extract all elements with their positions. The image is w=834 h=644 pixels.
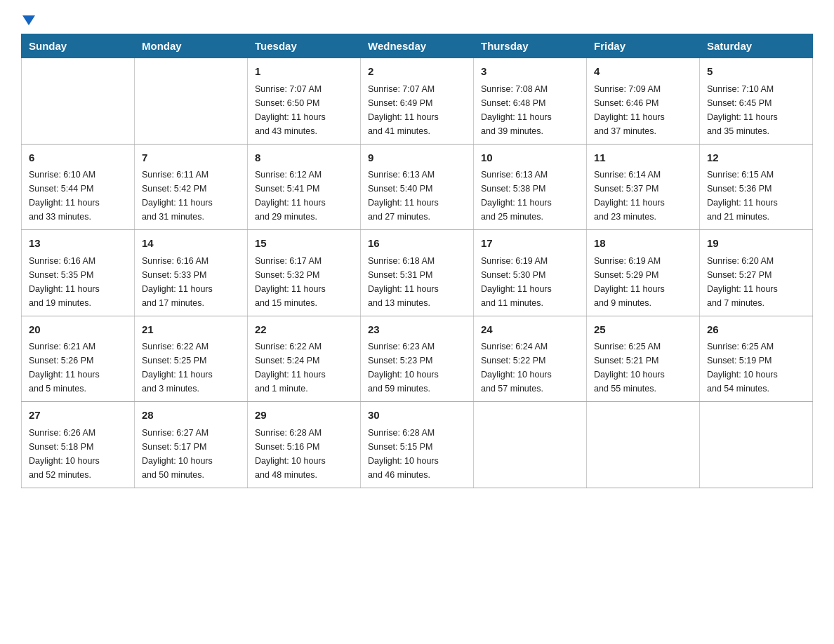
day-number: 3	[481, 64, 579, 80]
day-info: Sunrise: 7:09 AM Sunset: 6:46 PM Dayligh…	[594, 82, 692, 138]
calendar-week-row: 27Sunrise: 6:26 AM Sunset: 5:18 PM Dayli…	[22, 402, 813, 488]
calendar-cell	[587, 402, 700, 488]
logo-triangle-icon	[22, 15, 35, 25]
day-number: 18	[594, 236, 692, 252]
col-header-tuesday: Tuesday	[248, 34, 361, 58]
calendar-cell	[700, 402, 813, 488]
day-number: 6	[29, 150, 127, 166]
day-number: 2	[368, 64, 466, 80]
col-header-friday: Friday	[587, 34, 700, 58]
day-info: Sunrise: 6:23 AM Sunset: 5:23 PM Dayligh…	[368, 340, 466, 396]
day-info: Sunrise: 6:19 AM Sunset: 5:29 PM Dayligh…	[594, 254, 692, 310]
day-info: Sunrise: 6:10 AM Sunset: 5:44 PM Dayligh…	[29, 168, 127, 224]
col-header-saturday: Saturday	[700, 34, 813, 58]
day-info: Sunrise: 6:28 AM Sunset: 5:16 PM Dayligh…	[255, 426, 353, 482]
calendar-cell: 15Sunrise: 6:17 AM Sunset: 5:32 PM Dayli…	[248, 230, 361, 316]
day-info: Sunrise: 6:25 AM Sunset: 5:19 PM Dayligh…	[707, 340, 805, 396]
calendar-cell	[474, 402, 587, 488]
calendar-cell: 26Sunrise: 6:25 AM Sunset: 5:19 PM Dayli…	[700, 316, 813, 402]
day-info: Sunrise: 6:21 AM Sunset: 5:26 PM Dayligh…	[29, 340, 127, 396]
day-number: 10	[481, 150, 579, 166]
day-info: Sunrise: 6:28 AM Sunset: 5:15 PM Dayligh…	[368, 426, 466, 482]
col-header-sunday: Sunday	[22, 34, 135, 58]
calendar-cell: 30Sunrise: 6:28 AM Sunset: 5:15 PM Dayli…	[361, 402, 474, 488]
day-number: 5	[707, 64, 805, 80]
day-number: 4	[594, 64, 692, 80]
day-info: Sunrise: 6:16 AM Sunset: 5:33 PM Dayligh…	[142, 254, 240, 310]
day-number: 9	[368, 150, 466, 166]
calendar-cell: 2Sunrise: 7:07 AM Sunset: 6:49 PM Daylig…	[361, 58, 474, 145]
day-number: 28	[142, 408, 240, 424]
logo	[21, 14, 35, 27]
calendar-cell: 16Sunrise: 6:18 AM Sunset: 5:31 PM Dayli…	[361, 230, 474, 316]
day-number: 17	[481, 236, 579, 252]
svg-marker-0	[22, 15, 35, 25]
calendar-cell	[22, 58, 135, 145]
day-info: Sunrise: 7:07 AM Sunset: 6:49 PM Dayligh…	[368, 82, 466, 138]
day-info: Sunrise: 7:08 AM Sunset: 6:48 PM Dayligh…	[481, 82, 579, 138]
day-info: Sunrise: 6:13 AM Sunset: 5:38 PM Dayligh…	[481, 168, 579, 224]
day-info: Sunrise: 6:14 AM Sunset: 5:37 PM Dayligh…	[594, 168, 692, 224]
calendar-cell: 7Sunrise: 6:11 AM Sunset: 5:42 PM Daylig…	[135, 144, 248, 230]
calendar-cell: 25Sunrise: 6:25 AM Sunset: 5:21 PM Dayli…	[587, 316, 700, 402]
day-info: Sunrise: 6:27 AM Sunset: 5:17 PM Dayligh…	[142, 426, 240, 482]
day-info: Sunrise: 6:19 AM Sunset: 5:30 PM Dayligh…	[481, 254, 579, 310]
calendar-cell: 9Sunrise: 6:13 AM Sunset: 5:40 PM Daylig…	[361, 144, 474, 230]
day-number: 23	[368, 322, 466, 338]
day-info: Sunrise: 6:22 AM Sunset: 5:25 PM Dayligh…	[142, 340, 240, 396]
day-number: 25	[594, 322, 692, 338]
page-header	[21, 14, 813, 27]
day-info: Sunrise: 7:07 AM Sunset: 6:50 PM Dayligh…	[255, 82, 353, 138]
day-number: 22	[255, 322, 353, 338]
calendar-cell: 27Sunrise: 6:26 AM Sunset: 5:18 PM Dayli…	[22, 402, 135, 488]
calendar-cell: 12Sunrise: 6:15 AM Sunset: 5:36 PM Dayli…	[700, 144, 813, 230]
day-info: Sunrise: 6:12 AM Sunset: 5:41 PM Dayligh…	[255, 168, 353, 224]
calendar-cell: 28Sunrise: 6:27 AM Sunset: 5:17 PM Dayli…	[135, 402, 248, 488]
calendar-cell	[135, 58, 248, 145]
calendar-cell: 20Sunrise: 6:21 AM Sunset: 5:26 PM Dayli…	[22, 316, 135, 402]
calendar-cell: 29Sunrise: 6:28 AM Sunset: 5:16 PM Dayli…	[248, 402, 361, 488]
day-number: 7	[142, 150, 240, 166]
day-number: 27	[29, 408, 127, 424]
calendar-cell: 17Sunrise: 6:19 AM Sunset: 5:30 PM Dayli…	[474, 230, 587, 316]
calendar-cell: 1Sunrise: 7:07 AM Sunset: 6:50 PM Daylig…	[248, 58, 361, 145]
calendar-week-row: 13Sunrise: 6:16 AM Sunset: 5:35 PM Dayli…	[22, 230, 813, 316]
day-number: 26	[707, 322, 805, 338]
day-info: Sunrise: 6:11 AM Sunset: 5:42 PM Dayligh…	[142, 168, 240, 224]
day-number: 29	[255, 408, 353, 424]
calendar-cell: 10Sunrise: 6:13 AM Sunset: 5:38 PM Dayli…	[474, 144, 587, 230]
calendar-cell: 5Sunrise: 7:10 AM Sunset: 6:45 PM Daylig…	[700, 58, 813, 145]
calendar-cell: 11Sunrise: 6:14 AM Sunset: 5:37 PM Dayli…	[587, 144, 700, 230]
calendar-header-row: SundayMondayTuesdayWednesdayThursdayFrid…	[22, 34, 813, 58]
day-info: Sunrise: 6:17 AM Sunset: 5:32 PM Dayligh…	[255, 254, 353, 310]
calendar-cell: 3Sunrise: 7:08 AM Sunset: 6:48 PM Daylig…	[474, 58, 587, 145]
calendar-cell: 13Sunrise: 6:16 AM Sunset: 5:35 PM Dayli…	[22, 230, 135, 316]
day-number: 20	[29, 322, 127, 338]
day-number: 14	[142, 236, 240, 252]
calendar-table: SundayMondayTuesdayWednesdayThursdayFrid…	[21, 34, 813, 488]
day-info: Sunrise: 6:22 AM Sunset: 5:24 PM Dayligh…	[255, 340, 353, 396]
calendar-week-row: 20Sunrise: 6:21 AM Sunset: 5:26 PM Dayli…	[22, 316, 813, 402]
calendar-week-row: 1Sunrise: 7:07 AM Sunset: 6:50 PM Daylig…	[22, 58, 813, 145]
day-number: 24	[481, 322, 579, 338]
day-info: Sunrise: 6:26 AM Sunset: 5:18 PM Dayligh…	[29, 426, 127, 482]
day-info: Sunrise: 6:16 AM Sunset: 5:35 PM Dayligh…	[29, 254, 127, 310]
calendar-cell: 24Sunrise: 6:24 AM Sunset: 5:22 PM Dayli…	[474, 316, 587, 402]
day-number: 13	[29, 236, 127, 252]
calendar-cell: 6Sunrise: 6:10 AM Sunset: 5:44 PM Daylig…	[22, 144, 135, 230]
day-info: Sunrise: 6:15 AM Sunset: 5:36 PM Dayligh…	[707, 168, 805, 224]
day-number: 21	[142, 322, 240, 338]
calendar-cell: 18Sunrise: 6:19 AM Sunset: 5:29 PM Dayli…	[587, 230, 700, 316]
col-header-thursday: Thursday	[474, 34, 587, 58]
day-info: Sunrise: 6:18 AM Sunset: 5:31 PM Dayligh…	[368, 254, 466, 310]
calendar-week-row: 6Sunrise: 6:10 AM Sunset: 5:44 PM Daylig…	[22, 144, 813, 230]
day-number: 19	[707, 236, 805, 252]
col-header-monday: Monday	[135, 34, 248, 58]
day-number: 30	[368, 408, 466, 424]
day-number: 11	[594, 150, 692, 166]
day-number: 1	[255, 64, 353, 80]
day-info: Sunrise: 6:20 AM Sunset: 5:27 PM Dayligh…	[707, 254, 805, 310]
col-header-wednesday: Wednesday	[361, 34, 474, 58]
calendar-cell: 22Sunrise: 6:22 AM Sunset: 5:24 PM Dayli…	[248, 316, 361, 402]
calendar-cell: 23Sunrise: 6:23 AM Sunset: 5:23 PM Dayli…	[361, 316, 474, 402]
